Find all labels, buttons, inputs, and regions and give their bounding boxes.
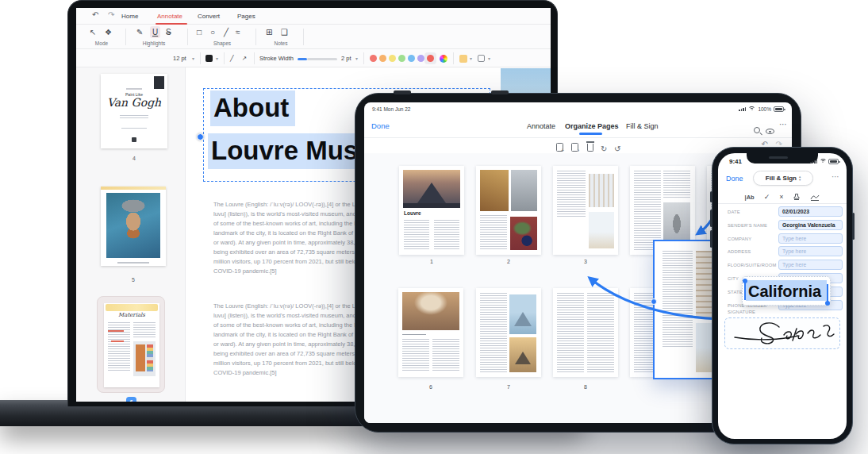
color-dot-orange[interactable]: [379, 55, 386, 62]
page-thumbnails-sidebar: Paint Like Van Gogh 4 5: [76, 67, 186, 402]
grid-page-3[interactable]: [553, 166, 618, 255]
strikethrough-tool-icon[interactable]: S: [166, 28, 171, 37]
more-icon[interactable]: ⋯: [779, 120, 787, 129]
font-size-select[interactable]: 12 pt: [173, 55, 186, 62]
comment-note-icon[interactable]: ❑: [281, 28, 288, 37]
handwritten-signature: [725, 318, 836, 347]
undo-icon[interactable]: ↶: [92, 11, 98, 19]
selection-handle-right[interactable]: [827, 284, 828, 302]
tab-pages[interactable]: Pages: [237, 13, 255, 20]
freehand-shape-icon[interactable]: ≈: [236, 28, 240, 37]
underline-tool-icon[interactable]: U: [152, 28, 158, 37]
font-color-swatch[interactable]: [205, 55, 213, 62]
text-note-icon[interactable]: ⊞: [266, 28, 272, 37]
ipad-status-time: 9:41 Mon Jun 22: [372, 106, 410, 112]
check-tool-icon[interactable]: ✓: [764, 193, 770, 201]
line-tool-icon[interactable]: ╱: [230, 55, 234, 62]
ipad-tab-annotate[interactable]: Annotate: [527, 122, 555, 130]
mode-select-button[interactable]: Fill & Sign ▴▾: [753, 171, 813, 186]
hand-tool-icon[interactable]: ❖: [105, 28, 112, 37]
color-dot-yellow[interactable]: [389, 55, 396, 62]
ipad-tab-fill-sign[interactable]: Fill & Sign: [626, 122, 659, 130]
grid-page-6[interactable]: [398, 288, 463, 377]
wifi-icon: [748, 106, 755, 112]
line-shape-icon[interactable]: ╱: [224, 28, 229, 37]
iphone-more-icon[interactable]: ⋯: [832, 172, 839, 181]
grid-page-number-1: 1: [399, 259, 464, 264]
grid-page-7[interactable]: [476, 288, 541, 377]
stamp-tool-icon[interactable]: [793, 190, 801, 204]
grid-page-number-3: 3: [553, 259, 618, 264]
font-color-chevron-icon[interactable]: ▾: [216, 56, 218, 61]
field-label-sender: SENDER'S NAME: [728, 223, 767, 228]
fill-color-chevron-icon[interactable]: ▾: [470, 56, 472, 61]
field-label-floor: FLOOR/SUITE/ROOM: [728, 263, 777, 267]
search-icon[interactable]: [754, 122, 760, 137]
format-bar: 12 pt ▾ ▾ ╱ ↗ Stroke Width 2 pt ▾: [76, 49, 551, 67]
color-dot-blue[interactable]: [408, 55, 415, 62]
color-wheel-icon[interactable]: [440, 55, 447, 63]
rectangle-shape-icon[interactable]: □: [197, 28, 202, 37]
field-company[interactable]: Type here: [778, 233, 843, 244]
tab-convert[interactable]: Convert: [198, 13, 220, 20]
field-label-city: CITY: [728, 276, 739, 281]
eye-icon[interactable]: [766, 123, 774, 137]
louvre-pyramid-photo: [403, 170, 460, 208]
cross-tool-icon[interactable]: ×: [779, 193, 783, 201]
van-gogh-portrait-image: [106, 193, 160, 258]
thumbnail-page-5[interactable]: [101, 187, 166, 266]
ellipse-shape-icon[interactable]: ○: [210, 28, 215, 37]
signature-tool-icon[interactable]: [810, 190, 820, 204]
text-tool-icon[interactable]: |Ab: [745, 194, 755, 201]
selected-text-california[interactable]: California: [746, 280, 827, 301]
redo-icon[interactable]: ↷: [108, 11, 114, 19]
color-dot-selected-red[interactable]: [427, 55, 434, 62]
field-date[interactable]: 02/01/2023: [778, 206, 843, 217]
cursor-tool-icon[interactable]: ↖: [90, 28, 96, 37]
fill-color-swatch[interactable]: [459, 55, 467, 63]
field-floor-suite-room[interactable]: Type here: [778, 260, 843, 270]
field-address[interactable]: Type here: [778, 246, 843, 256]
stroke-slider-fill[interactable]: [298, 58, 307, 60]
thumbnail-page-4[interactable]: Paint Like Van Gogh: [101, 74, 167, 148]
grid-page-1[interactable]: Louvre: [399, 166, 464, 255]
field-sender-name[interactable]: Georgina Valenzuela: [778, 220, 843, 230]
ribbon-tab-bar: ↶ ↷ Home Annotate Convert Pages: [76, 8, 551, 25]
ipad-done-button[interactable]: Done: [371, 121, 390, 130]
iphone-status-right: [810, 159, 839, 164]
grid-page-8[interactable]: [553, 288, 618, 377]
field-label-state: STATE: [728, 290, 743, 294]
thumbnail-page-6-selected[interactable]: Materials: [97, 296, 165, 393]
border-style-chevron-icon[interactable]: ▾: [488, 56, 490, 61]
stroke-chevron-icon[interactable]: ▾: [355, 56, 358, 61]
iphone-done-button[interactable]: Done: [726, 175, 743, 183]
selection-handle-left[interactable]: [744, 283, 746, 300]
stroke-slider-track[interactable]: [307, 58, 337, 60]
ipad-tab-organize-pages[interactable]: Organize Pages: [565, 122, 619, 130]
signature-field[interactable]: [724, 317, 840, 349]
grid-page-2[interactable]: [476, 166, 541, 255]
color-dot-red[interactable]: [370, 55, 377, 62]
pencil-highlight-icon[interactable]: ✎: [136, 28, 143, 37]
color-dot-green[interactable]: [398, 55, 405, 62]
tab-home[interactable]: Home: [121, 13, 138, 20]
font-size-chevron-icon[interactable]: ▾: [192, 56, 194, 61]
border-style-swatch[interactable]: [478, 55, 485, 62]
iphone-fill-sign-app: 9:41 Done Fill & Sign ▴▾ ⋯: [718, 153, 847, 439]
drag-selection-handle[interactable]: [651, 298, 657, 305]
hero-composition: ↶ ↷ Home Annotate Convert Pages ↖ ❖ Mode…: [0, 0, 868, 454]
doc-heading-line1: About: [210, 93, 295, 123]
ipad-volume-button-2: [491, 90, 509, 94]
battery-icon: [774, 106, 784, 112]
field-label-company: COMPANY: [728, 237, 751, 241]
state-value-editor[interactable]: California: [742, 276, 831, 306]
selection-handle[interactable]: [197, 133, 204, 140]
ipad-volume-button: [394, 90, 411, 94]
color-dot-purple[interactable]: [417, 55, 424, 62]
tab-annotate[interactable]: Annotate: [157, 13, 182, 20]
arrow-tool-icon[interactable]: ↗: [242, 55, 247, 62]
signature-label: SIGNATURE: [728, 310, 755, 314]
grid-page-number-2: 2: [476, 259, 541, 264]
paintbox-image: [133, 341, 156, 376]
updown-chevron-icon: ▴▾: [799, 175, 801, 182]
